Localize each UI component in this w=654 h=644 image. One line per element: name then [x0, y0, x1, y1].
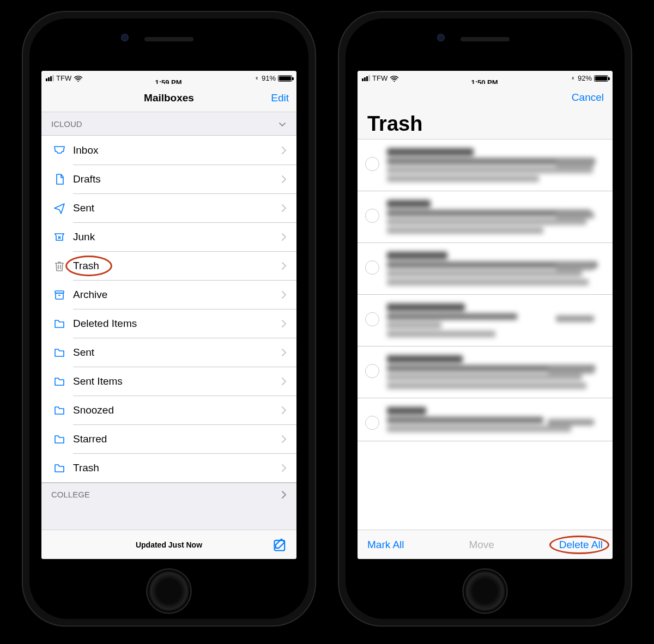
nav-title: Mailboxes	[144, 92, 194, 104]
bluetooth-icon	[254, 74, 259, 82]
mailbox-label: Sent Items	[68, 375, 281, 387]
email-blurred-content	[387, 405, 604, 434]
phone-left: TFW 1:59 PM 91% Mailboxes Edit ICLOUD	[22, 11, 316, 627]
email-blurred-content	[387, 301, 604, 339]
email-blurred-content	[387, 353, 604, 391]
section-label: COLLEGE	[51, 490, 90, 499]
nav-bar: Mailboxes Edit	[41, 84, 296, 112]
wifi-icon	[74, 75, 83, 82]
compose-button[interactable]	[272, 537, 288, 552]
folder-icon	[51, 346, 68, 359]
mark-all-button[interactable]: Mark All	[367, 539, 404, 551]
nav-bar: Cancel Trash	[358, 84, 613, 139]
battery-percent: 91%	[262, 74, 276, 82]
chevron-down-icon	[278, 120, 287, 127]
cancel-button[interactable]: Cancel	[572, 92, 604, 104]
battery-icon	[278, 75, 292, 82]
email-row[interactable]	[358, 191, 613, 243]
select-circle[interactable]	[365, 157, 379, 171]
sync-status: Updated Just Now	[136, 540, 202, 549]
chevron-right-icon	[281, 204, 287, 212]
select-circle[interactable]	[365, 209, 379, 223]
mailbox-label: Drafts	[68, 173, 281, 185]
email-row[interactable]	[358, 295, 613, 347]
mailbox-label: Sent	[68, 202, 281, 214]
mailbox-row-sent-folder[interactable]: Sent	[41, 338, 296, 367]
status-bar: TFW 1:59 PM 91%	[41, 71, 296, 84]
bluetooth-icon	[570, 74, 576, 82]
chevron-right-icon	[281, 464, 287, 472]
draft-icon	[51, 173, 68, 186]
sent-icon	[51, 202, 68, 215]
junk-icon	[51, 230, 68, 244]
select-circle[interactable]	[365, 364, 379, 378]
email-row[interactable]	[358, 398, 613, 441]
mailbox-row-trash[interactable]: Trash	[41, 251, 296, 280]
folder-icon	[51, 404, 68, 417]
mailbox-row-deleted-items[interactable]: Deleted Items	[41, 309, 296, 338]
mailbox-row-sent-items[interactable]: Sent Items	[41, 367, 296, 396]
carrier-label: TFW	[372, 74, 387, 82]
chevron-right-icon	[281, 175, 287, 184]
section-header-icloud[interactable]: ICLOUD	[41, 112, 296, 135]
edit-button[interactable]: Edit	[271, 92, 289, 104]
section-header-college[interactable]: COLLEGE	[41, 483, 296, 506]
battery-icon	[594, 75, 608, 82]
trash-icon	[51, 259, 68, 272]
mailbox-label: Junk	[68, 231, 281, 243]
email-row[interactable]	[358, 347, 613, 398]
chevron-right-icon	[281, 377, 287, 386]
email-list	[358, 139, 613, 530]
mailbox-label: Snoozed	[68, 404, 281, 416]
email-row[interactable]	[358, 139, 613, 191]
email-blurred-content	[387, 250, 604, 288]
mailbox-row-inbox[interactable]: Inbox	[41, 136, 296, 165]
battery-percent: 92%	[578, 74, 592, 82]
inbox-icon	[51, 144, 68, 157]
mailbox-label: Sent	[68, 347, 281, 359]
phone-right: TFW 1:50 PM 92% Cancel Trash	[338, 11, 632, 627]
mailbox-list: Inbox Drafts Sent Ju	[41, 135, 296, 483]
edit-toolbar: Mark All Move Delete All	[358, 530, 613, 559]
signal-icon	[362, 75, 370, 81]
section-label: ICLOUD	[51, 119, 82, 129]
mailbox-label: Trash	[68, 260, 281, 272]
chevron-right-icon	[281, 319, 287, 328]
mailbox-row-starred[interactable]: Starred	[41, 424, 296, 453]
mailbox-label: Inbox	[68, 144, 281, 156]
chevron-right-icon	[281, 233, 287, 241]
chevron-right-icon	[281, 146, 287, 155]
select-circle[interactable]	[365, 260, 379, 275]
toolbar: Updated Just Now	[41, 530, 296, 559]
move-button[interactable]: Move	[469, 539, 494, 551]
mailbox-row-drafts[interactable]: Drafts	[41, 165, 296, 193]
chevron-right-icon	[281, 290, 287, 299]
chevron-right-icon	[281, 406, 287, 415]
archive-icon	[51, 288, 68, 301]
email-row[interactable]	[358, 243, 613, 295]
mailbox-row-junk[interactable]: Junk	[41, 222, 296, 251]
wifi-icon	[390, 75, 399, 82]
delete-all-button[interactable]: Delete All	[559, 539, 603, 551]
mailbox-row-sent[interactable]: Sent	[41, 193, 296, 222]
carrier-label: TFW	[56, 74, 71, 82]
folder-icon	[51, 375, 68, 388]
page-title: Trash	[367, 112, 603, 136]
folder-icon	[51, 433, 68, 446]
mailbox-row-archive[interactable]: Archive	[41, 280, 296, 309]
folder-icon	[51, 317, 68, 330]
select-circle[interactable]	[365, 312, 379, 326]
status-bar: TFW 1:50 PM 92%	[358, 71, 613, 84]
chevron-right-icon	[281, 490, 287, 499]
chevron-right-icon	[281, 262, 287, 270]
mailbox-label: Deleted Items	[68, 318, 281, 330]
mailbox-label: Archive	[68, 289, 281, 301]
select-circle[interactable]	[365, 416, 379, 430]
mailbox-label: Trash	[68, 462, 281, 474]
email-blurred-content	[387, 146, 604, 184]
mailbox-row-snoozed[interactable]: Snoozed	[41, 396, 296, 424]
mailbox-row-trash-folder[interactable]: Trash	[41, 453, 296, 482]
email-blurred-content	[387, 198, 604, 236]
chevron-right-icon	[281, 348, 287, 357]
folder-icon	[51, 461, 68, 475]
